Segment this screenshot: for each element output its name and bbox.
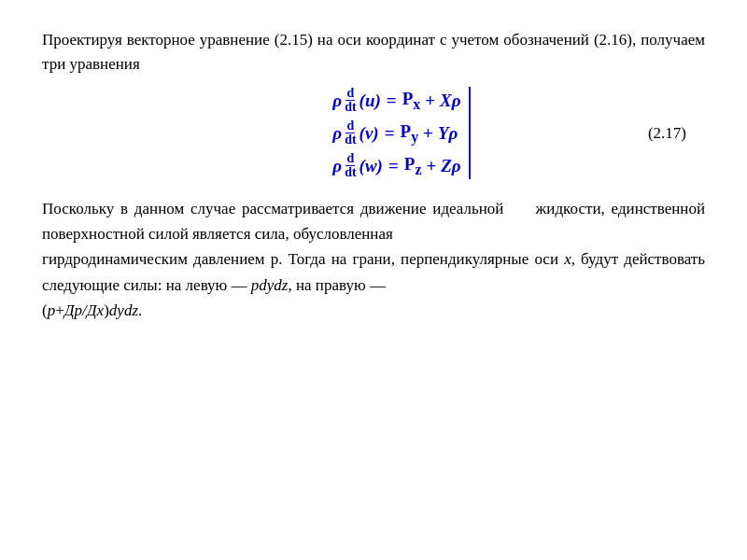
equation-2: ρ d dt (v) = Py + Yρ bbox=[332, 119, 458, 147]
eq2-eq: = bbox=[385, 123, 395, 144]
eq3-var: (w) bbox=[359, 156, 383, 176]
eq3-frac-num: d bbox=[345, 152, 355, 166]
eq1-rho: ρ bbox=[332, 91, 342, 111]
eq2-Yrho: Yρ bbox=[438, 123, 458, 144]
eq3-rho: ρ bbox=[332, 156, 342, 176]
body-paragraph: Поскольку в данном случае рассматриваетс… bbox=[42, 196, 705, 323]
eq1-plus: + bbox=[425, 91, 435, 111]
eq2-frac-den: dt bbox=[344, 133, 357, 147]
equation-3: ρ d dt (w) = Pz + Zρ bbox=[332, 152, 460, 179]
eq3-Pz: Pz bbox=[404, 154, 422, 178]
intro-text: Проектируя векторное уравнение (2.15) на… bbox=[42, 31, 705, 73]
eq1-Xrho: Xρ bbox=[440, 91, 460, 111]
equation-block: ρ d dt (u) = Px + Xρ ρ d dt (v) = bbox=[42, 87, 705, 179]
equations-group: ρ d dt (u) = Px + Xρ ρ d dt (v) = bbox=[332, 87, 470, 179]
eq2-rho: ρ bbox=[332, 123, 342, 144]
eq1-frac-den: dt bbox=[344, 101, 357, 114]
body-text-middle: гирдродинамическим давлением p. Тогда на… bbox=[42, 250, 705, 293]
eq1-eq: = bbox=[387, 91, 397, 111]
eq3-frac-den: dt bbox=[344, 166, 357, 179]
eq3-Zrho: Zρ bbox=[441, 156, 460, 176]
eq2-frac-num: d bbox=[345, 119, 355, 133]
body-text-start: Поскольку в данном случае рассматриваетс… bbox=[42, 200, 705, 243]
eq2-frac: d dt bbox=[344, 119, 357, 147]
equation-1: ρ d dt (u) = Px + Xρ bbox=[332, 87, 460, 114]
eq2-var: (v) bbox=[359, 123, 379, 144]
eq1-var: (u) bbox=[359, 91, 381, 111]
eq3-eq: = bbox=[388, 156, 399, 176]
intro-paragraph: Проектируя векторное уравнение (2.15) на… bbox=[42, 28, 705, 76]
eq3-frac: d dt bbox=[344, 152, 357, 179]
eq1-frac: d dt bbox=[344, 87, 357, 114]
eq2-Py: Py bbox=[401, 121, 419, 146]
body-text-end: (p+Дp/Дx)dydz. bbox=[42, 301, 142, 319]
page: Проектируя векторное уравнение (2.15) на… bbox=[0, 0, 747, 560]
eq1-Px: Px bbox=[402, 89, 421, 113]
eq3-plus: + bbox=[426, 156, 436, 176]
equation-label: (2.17) bbox=[648, 124, 686, 143]
eq1-frac-num: d bbox=[345, 87, 355, 101]
eq2-plus: + bbox=[423, 123, 433, 144]
